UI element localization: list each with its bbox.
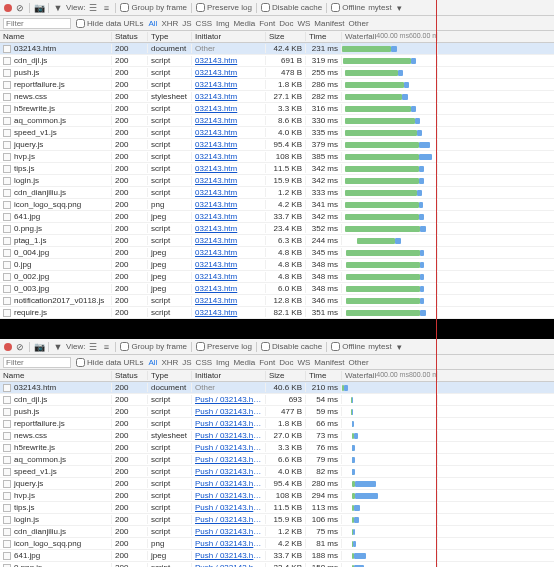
- capture-icon[interactable]: 📷: [34, 342, 44, 352]
- type-filter-css[interactable]: CSS: [196, 19, 212, 28]
- table-row[interactable]: ptag_1.js 200 script 032143.htm 6.3 KB 2…: [0, 235, 554, 247]
- table-row[interactable]: 641.jpg 200 jpeg 032143.htm 33.7 KB 342 …: [0, 211, 554, 223]
- table-row[interactable]: cdn_dianjiliu.js 200 script Push / 03214…: [0, 526, 554, 538]
- table-row[interactable]: login.js 200 script Push / 032143.htm 15…: [0, 514, 554, 526]
- table-row[interactable]: 0.png.js 200 script 032143.htm 23.4 KB 3…: [0, 223, 554, 235]
- table-row[interactable]: h5rewrite.js 200 script 032143.htm 3.3 K…: [0, 103, 554, 115]
- type-filter-font[interactable]: Font: [259, 19, 275, 28]
- initiator-link[interactable]: Push / 032143.htm: [192, 431, 266, 440]
- initiator-link[interactable]: 032143.htm: [192, 140, 266, 149]
- col-time[interactable]: Time: [306, 32, 342, 41]
- type-filter-manifest[interactable]: Manifest: [314, 19, 344, 28]
- initiator-link[interactable]: Push / 032143.htm: [192, 551, 266, 560]
- preserve-log-checkbox[interactable]: Preserve log: [196, 3, 252, 12]
- table-row[interactable]: 0.png.js 200 script Push / 032143.htm 23…: [0, 562, 554, 567]
- col-size[interactable]: Size: [266, 32, 306, 41]
- initiator-link[interactable]: 032143.htm: [192, 164, 266, 173]
- table-row[interactable]: hvp.js 200 script Push / 032143.htm 108 …: [0, 490, 554, 502]
- initiator-link[interactable]: 032143.htm: [192, 92, 266, 101]
- initiator-link[interactable]: 032143.htm: [192, 128, 266, 137]
- table-row[interactable]: jquery.js 200 script Push / 032143.htm 9…: [0, 478, 554, 490]
- table-row[interactable]: speed_v1.js 200 script Push / 032143.htm…: [0, 466, 554, 478]
- col-name[interactable]: Name: [0, 32, 112, 41]
- initiator-link[interactable]: 032143.htm: [192, 56, 266, 65]
- table-row[interactable]: 641.jpg 200 jpeg Push / 032143.htm 33.7 …: [0, 550, 554, 562]
- table-row[interactable]: cdn_djl.js 200 script 032143.htm 691 B 3…: [0, 55, 554, 67]
- hide-data-urls-checkbox[interactable]: Hide data URLs: [76, 19, 143, 28]
- filter-input[interactable]: [3, 357, 71, 368]
- view-small-icon[interactable]: ≡: [101, 342, 111, 352]
- table-row[interactable]: 0_002.jpg 200 jpeg 032143.htm 4.8 KB 348…: [0, 271, 554, 283]
- initiator-link[interactable]: Push / 032143.htm: [192, 467, 266, 476]
- table-row[interactable]: 032143.htm 200 document Other 42.4 KB 23…: [0, 43, 554, 55]
- record-icon[interactable]: [4, 4, 12, 12]
- type-filter-other[interactable]: Other: [349, 358, 369, 367]
- table-row[interactable]: 032143.htm 200 document Other 40.6 KB 21…: [0, 382, 554, 394]
- col-initiator[interactable]: Initiator: [192, 32, 266, 41]
- type-filter-xhr[interactable]: XHR: [161, 19, 178, 28]
- table-row[interactable]: news.css 200 stylesheet 032143.htm 27.1 …: [0, 91, 554, 103]
- type-filter-doc[interactable]: Doc: [279, 19, 293, 28]
- table-row[interactable]: cdn_dianjiliu.js 200 script 032143.htm 1…: [0, 187, 554, 199]
- type-filter-img[interactable]: Img: [216, 358, 229, 367]
- filter-input[interactable]: [3, 18, 71, 29]
- initiator-link[interactable]: Push / 032143.htm: [192, 491, 266, 500]
- group-by-frame-checkbox[interactable]: Group by frame: [120, 3, 187, 12]
- initiator-link[interactable]: 032143.htm: [192, 260, 266, 269]
- initiator-link[interactable]: 032143.htm: [192, 200, 266, 209]
- table-row[interactable]: 0_003.jpg 200 jpeg 032143.htm 6.0 KB 348…: [0, 283, 554, 295]
- table-row[interactable]: aq_common.js 200 script Push / 032143.ht…: [0, 454, 554, 466]
- table-row[interactable]: require.js 200 script 032143.htm 82.1 KB…: [0, 307, 554, 319]
- initiator-link[interactable]: Push / 032143.htm: [192, 515, 266, 524]
- table-row[interactable]: 0_004.jpg 200 jpeg 032143.htm 4.8 KB 345…: [0, 247, 554, 259]
- type-filter-font[interactable]: Font: [259, 358, 275, 367]
- chevron-down-icon[interactable]: ▾: [395, 3, 405, 13]
- throttle-select[interactable]: mytest: [368, 3, 392, 12]
- chevron-down-icon[interactable]: ▾: [395, 342, 405, 352]
- table-row[interactable]: jquery.js 200 script 032143.htm 95.4 KB …: [0, 139, 554, 151]
- table-row[interactable]: aq_common.js 200 script 032143.htm 8.6 K…: [0, 115, 554, 127]
- table-row[interactable]: login.js 200 script 032143.htm 15.9 KB 3…: [0, 175, 554, 187]
- table-row[interactable]: h5rewrite.js 200 script Push / 032143.ht…: [0, 442, 554, 454]
- type-filter-js[interactable]: JS: [182, 19, 191, 28]
- initiator-link[interactable]: Push / 032143.htm: [192, 395, 266, 404]
- type-filter-js[interactable]: JS: [182, 358, 191, 367]
- initiator-link[interactable]: Push / 032143.htm: [192, 527, 266, 536]
- type-filter-manifest[interactable]: Manifest: [314, 358, 344, 367]
- initiator-link[interactable]: 032143.htm: [192, 224, 266, 233]
- type-filter-media[interactable]: Media: [233, 19, 255, 28]
- type-filter-ws[interactable]: WS: [297, 358, 310, 367]
- initiator-link[interactable]: Push / 032143.htm: [192, 419, 266, 428]
- table-row[interactable]: news.css 200 stylesheet Push / 032143.ht…: [0, 430, 554, 442]
- type-filter-ws[interactable]: WS: [297, 19, 310, 28]
- table-row[interactable]: tips.js 200 script Push / 032143.htm 11.…: [0, 502, 554, 514]
- disable-cache-checkbox[interactable]: Disable cache: [261, 3, 322, 12]
- initiator-link[interactable]: 032143.htm: [192, 272, 266, 281]
- initiator-link[interactable]: 032143.htm: [192, 236, 266, 245]
- type-filter-other[interactable]: Other: [349, 19, 369, 28]
- table-row[interactable]: tips.js 200 script 032143.htm 11.5 KB 34…: [0, 163, 554, 175]
- table-row[interactable]: icon_logo_sqq.png 200 png Push / 032143.…: [0, 538, 554, 550]
- initiator-link[interactable]: Push / 032143.htm: [192, 503, 266, 512]
- initiator-link[interactable]: 032143.htm: [192, 152, 266, 161]
- initiator-link[interactable]: Push / 032143.htm: [192, 407, 266, 416]
- initiator-link[interactable]: 032143.htm: [192, 80, 266, 89]
- initiator-link[interactable]: 032143.htm: [192, 296, 266, 305]
- col-waterfall[interactable]: Waterfall 400.00 ms 600.00 ms: [342, 32, 438, 41]
- clear-icon[interactable]: ⊘: [15, 3, 25, 13]
- initiator-link[interactable]: Push / 032143.htm: [192, 443, 266, 452]
- table-row[interactable]: reportfailure.js 200 script 032143.htm 1…: [0, 79, 554, 91]
- initiator-link[interactable]: 032143.htm: [192, 104, 266, 113]
- table-row[interactable]: cdn_djl.js 200 script Push / 032143.htm …: [0, 394, 554, 406]
- table-row[interactable]: push.js 200 script Push / 032143.htm 477…: [0, 406, 554, 418]
- initiator-link[interactable]: 032143.htm: [192, 68, 266, 77]
- filter-icon[interactable]: ▼: [53, 342, 63, 352]
- initiator-link[interactable]: Push / 032143.htm: [192, 539, 266, 548]
- capture-icon[interactable]: 📷: [34, 3, 44, 13]
- offline-checkbox[interactable]: Offline: [331, 3, 365, 12]
- initiator-link[interactable]: 032143.htm: [192, 308, 266, 317]
- initiator-link[interactable]: 032143.htm: [192, 116, 266, 125]
- type-filter-media[interactable]: Media: [233, 358, 255, 367]
- view-small-icon[interactable]: ≡: [101, 3, 111, 13]
- initiator-link[interactable]: 032143.htm: [192, 284, 266, 293]
